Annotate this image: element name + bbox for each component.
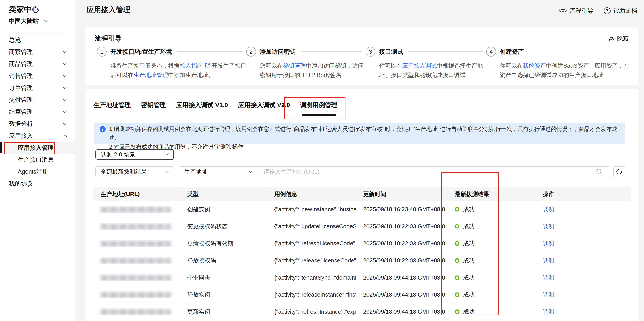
flow-link[interactable]: 生产地址管理 (134, 72, 168, 78)
cell-url: . (93, 223, 180, 230)
step-description: 您可以在秘钥管理中添加访问秘钥，访问密钥用于接口的HTTP Body签名 (260, 61, 366, 80)
scene-select-value: 调测 2.0 场景 (101, 151, 135, 158)
debug-link[interactable]: 调测 (543, 257, 554, 264)
flow-step: 4 创建资产 你可以在我的资产中创建SaaS资产、应用资产，在资产中选择已经调试… (486, 47, 630, 80)
cell-info: {"activity":"newInstance","busine... (267, 206, 356, 213)
cell-status: 成功 (445, 240, 536, 247)
blurred-url (101, 292, 171, 298)
flow-link[interactable]: 接入指南 (180, 62, 203, 69)
status-label: 成功 (463, 257, 474, 264)
debug-link[interactable]: 调测 (543, 308, 554, 315)
cell-time: 2025/09/18 16:23:40 GMT+08:00 (356, 206, 445, 213)
flow-link[interactable]: 我的资产 (523, 62, 546, 69)
info-icon (100, 126, 106, 132)
sidebar-item-商家管理[interactable]: 商家管理 (0, 46, 76, 58)
tab-应用接入调试 V2.0[interactable]: 应用接入调试 V2.0 (238, 101, 290, 116)
scene-select[interactable]: 调测 2.0 场景 (96, 149, 174, 160)
table-header: 生产地址(URL)类型用例信息更新时间最新拨测结果操作 (93, 188, 631, 201)
step-description: 准备生产接口服务器，根据接入指南开发生产接口后可以在生产地址管理中添加生产地址。 (110, 61, 246, 80)
debug-link[interactable]: 调测 (543, 240, 554, 247)
address-type-value: 生产地址 (184, 168, 208, 176)
cell-type: 企业同步 (180, 274, 267, 282)
cell-type: 释放实例 (180, 291, 267, 298)
success-ring-icon (455, 241, 460, 246)
sidebar-item-销售管理[interactable]: 销售管理 (0, 70, 76, 82)
success-ring-icon (455, 224, 460, 229)
cell-type: 创建实例 (180, 206, 267, 213)
flow-text: 中添加生产地址。 (168, 72, 214, 78)
column-header-操作: 操作 (536, 188, 631, 201)
success-ring-icon (455, 207, 460, 212)
refresh-button[interactable] (614, 166, 625, 177)
usecase-table: 生产地址(URL)类型用例信息更新时间最新拨测结果操作 创建实例 {"activ… (93, 188, 631, 320)
info-banner-text: 1.调测成功并保存的测试用例会在此页面进行管理，该用例会在您正式进行 '商品发布… (109, 123, 625, 151)
debug-link[interactable]: 调测 (543, 206, 554, 212)
sidebar-subitem-应用接入管理[interactable]: 应用接入管理 (0, 142, 76, 154)
step-number-badge: 3 (366, 47, 375, 56)
search-icon[interactable] (596, 168, 603, 175)
success-ring-icon (455, 275, 460, 280)
sidebar-item-订单管理[interactable]: 订单管理 (0, 82, 76, 94)
sidebar-divider (8, 33, 67, 33)
chevron-icon (62, 134, 67, 137)
debug-link[interactable]: 调测 (543, 291, 554, 298)
tab-生产地址管理[interactable]: 生产地址管理 (94, 101, 131, 116)
tab-密钥管理[interactable]: 密钥管理 (141, 101, 166, 116)
sidebar-subitem-生产接口消息[interactable]: 生产接口消息 (0, 154, 76, 166)
table-row: 释放实例 {"activity":"releaseInstance","inst… (93, 286, 631, 303)
cell-time: 2025/09/18 10:22:03 GMT+08:00 (356, 223, 445, 230)
column-header-用例信息: 用例信息 (267, 188, 356, 201)
tab-调测用例管理[interactable]: 调测用例管理 (300, 101, 338, 116)
flow-guide-toggle[interactable]: 流程引导 (559, 7, 594, 15)
cell-info: {"activity":"updateLicenseCodeSt... (267, 223, 356, 230)
search-input[interactable]: 请输入生产地址(URL) (258, 166, 610, 177)
flow-steps: 1 开发接口/布置生产环境 准备生产接口服务器，根据接入指南开发生产接口后可以在… (86, 27, 638, 85)
sidebar-subitem-Agents注册[interactable]: Agents注册 (0, 166, 76, 178)
help-doc-link[interactable]: 帮助文档 (604, 7, 637, 15)
url-suffix: . (174, 257, 176, 264)
step-connector (177, 52, 243, 52)
cell-url: . (93, 240, 180, 247)
sidebar-item-数据分析[interactable]: 数据分析 (0, 118, 76, 130)
cell-type: 释放授权码 (180, 257, 267, 264)
sidebar-menu: 总览 商家管理 商品管理 销售管理 订单管理 交付管理 结算管理 (0, 34, 76, 190)
success-ring-icon (455, 310, 460, 314)
cell-status: 成功 (445, 257, 536, 264)
cell-time: 2025/09/18 10:22:03 GMT+08:00 (356, 240, 445, 247)
region-selector[interactable]: 中国大陆站 (9, 17, 48, 25)
sidebar-item-应用接入[interactable]: 应用接入 (0, 130, 76, 142)
region-label: 中国大陆站 (9, 17, 39, 25)
flow-link[interactable]: 秘钥管理 (283, 62, 306, 69)
cell-url (93, 274, 180, 281)
chevron-icon (62, 86, 67, 89)
blurred-url (101, 275, 171, 281)
cell-status: 成功 (445, 291, 536, 298)
flow-link[interactable]: 应用接入调试 (402, 62, 437, 69)
sidebar-item-总览[interactable]: 总览 (0, 34, 76, 46)
page-title: 应用接入管理 (86, 5, 130, 15)
cell-url (93, 291, 180, 298)
header-actions: 流程引导 帮助文档 (559, 7, 637, 15)
step-title: 接口测试 (379, 48, 403, 56)
cell-info: {"activity":"refreshInstance","expi... (267, 308, 356, 315)
sidebar-item-商品管理[interactable]: 商品管理 (0, 58, 76, 70)
cell-time: 2025/09/18 10:22:03 GMT+08:00 (356, 257, 445, 264)
sidebar-item-我的协议[interactable]: 我的协议 (0, 178, 76, 190)
sidebar-item-结算管理[interactable]: 结算管理 (0, 106, 76, 118)
blurred-url (101, 207, 171, 212)
step-number-badge: 2 (246, 47, 256, 56)
debug-link[interactable]: 调测 (543, 223, 554, 230)
chevron-icon (62, 122, 67, 125)
result-filter-select[interactable]: 全部最新拨测结果 (96, 166, 174, 177)
sidebar-item-交付管理[interactable]: 交付管理 (0, 94, 76, 106)
url-suffix: . (174, 223, 176, 230)
debug-link[interactable]: 调测 (543, 274, 554, 281)
cell-info: {"activity":"releaseLicenseCode",... (267, 257, 356, 264)
tab-应用接入调试 V1.0[interactable]: 应用接入调试 V1.0 (176, 101, 228, 116)
search-placeholder: 请输入生产地址(URL) (264, 168, 319, 176)
chevron-down-icon (248, 170, 253, 173)
chevron-down-icon (43, 20, 48, 22)
cell-time: 2025/09/18 09:44:18 GMT+08:00 (356, 308, 445, 315)
address-type-select[interactable]: 生产地址 (179, 168, 258, 176)
cell-url (93, 206, 180, 213)
